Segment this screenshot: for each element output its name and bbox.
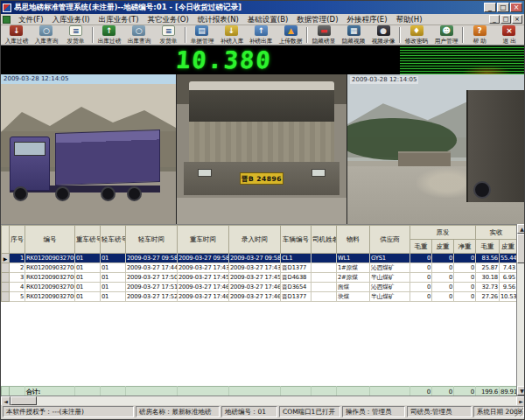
cell-light-time: 2009-03-27 09:58:00	[126, 254, 178, 263]
col-light-scale-no[interactable]: 轻车磅号	[101, 226, 126, 254]
dump-truck-side-view	[10, 121, 160, 201]
toolbar-button-label: 入库过磅	[5, 37, 29, 46]
headlight	[198, 169, 212, 177]
cell-heavy-time: 2009-03-27 17:46:00	[178, 292, 229, 302]
mdi-close-button[interactable]: ×	[512, 15, 522, 24]
record-icon: ●	[377, 25, 390, 36]
menu-item-5[interactable]: 基础设置(B)	[243, 14, 292, 24]
note-icon: ≡	[69, 25, 82, 36]
horizontal-scroll-thumb[interactable]	[10, 396, 37, 405]
toolbar-button-users[interactable]: ☻用户管理	[431, 25, 461, 45]
window-title: 易思地磅标准管理系统(未注册)--地磅编号:01 - [今日收货过磅记录]	[14, 3, 484, 13]
license-plate: 晋B 24896	[240, 172, 284, 185]
help-icon: ?	[473, 25, 486, 36]
toolbar-button-hide-display[interactable]: ▬隐藏磅显	[309, 25, 339, 45]
cell-driver	[312, 292, 337, 302]
col-vehicle-no[interactable]: 车辆编号	[281, 226, 312, 254]
grid-header: 序号 编号 重车磅号 轻车磅号 轻车时间 重车时间 录入时间 车辆编号 司机姓名…	[2, 226, 517, 254]
cell-heavy-scale-no: 01	[75, 263, 101, 273]
toolbar-separator	[92, 27, 94, 43]
table-row[interactable]: 5RK012009032700000501012009-03-27 17:52:…	[2, 292, 517, 302]
cell-vehicle-no: 晋D1377	[281, 292, 312, 302]
col-orig-net[interactable]: 净重	[454, 240, 476, 254]
cell-seq: 1	[10, 254, 25, 263]
status-panel-4: 操作员：管理员	[342, 406, 405, 417]
toolbar-button-truck-in[interactable]: ↓入库过磅	[2, 25, 32, 45]
cell-entry-time: 2009-03-27 17:46:00	[229, 292, 281, 302]
toolbar-separator	[399, 27, 401, 43]
cell-supplier: GYS1	[370, 254, 410, 263]
scroll-up-button[interactable]: ▲	[517, 224, 525, 234]
makeup-in-icon: ↓	[225, 25, 238, 36]
menu-item-2[interactable]: 出库业务(T)	[94, 14, 144, 24]
scroll-down-button[interactable]: ▼	[517, 386, 525, 396]
menu-item-0[interactable]: 文件(F)	[14, 14, 48, 24]
minimize-button[interactable]: _	[484, 3, 496, 12]
mdi-child-icon	[3, 16, 10, 24]
cell-orig-net: 0	[454, 273, 476, 283]
mdi-restore-button[interactable]: □	[500, 15, 511, 24]
maximize-button[interactable]: □	[497, 3, 509, 12]
col-record-id[interactable]: 编号	[25, 226, 75, 254]
toolbar-button-label: 发货单	[160, 37, 178, 46]
cell-heavy-scale-no: 01	[75, 292, 101, 302]
cell-record-id: RK0120090327000001	[25, 254, 75, 263]
toolbar-button-note[interactable]: ≡发货单	[154, 25, 184, 45]
toolbar-button-label: 上传数据	[279, 37, 303, 46]
mdi-minimize-button[interactable]: _	[489, 15, 500, 24]
cell-heavy-time: 2009-03-27 17:46:00	[178, 283, 229, 292]
cell-recv-tare: 7.43	[500, 263, 517, 273]
menu-item-3[interactable]: 其它业务(O)	[144, 14, 193, 24]
cell-orig-gross: 0	[410, 254, 432, 263]
cell-recv-gross: 32.73	[476, 283, 500, 292]
menu-item-8[interactable]: 帮助(H)	[392, 14, 427, 24]
col-orig-gross[interactable]: 毛重	[410, 240, 432, 254]
cell-material: 块煤	[337, 292, 370, 302]
col-driver[interactable]: 司机姓名	[312, 226, 337, 254]
menu-item-7[interactable]: 外接程序(E)	[342, 14, 391, 24]
toolbar-button-truck-out[interactable]: ↑出库过磅	[94, 25, 124, 45]
toolbar-button-upload[interactable]: ▲上传数据	[276, 25, 305, 45]
toolbar-button-exit[interactable]: ×退 出	[494, 25, 524, 45]
table-row[interactable]: 3RK012009032700000301012009-03-27 17:50:…	[2, 273, 517, 283]
toolbar-button-search-in[interactable]: ○入库查询	[32, 25, 61, 45]
toolbar-button-hide-video[interactable]: ▦隐藏视频	[339, 25, 368, 45]
col-orig-tare[interactable]: 皮重	[432, 240, 454, 254]
toolbar-button-makeup-out[interactable]: ↑补磅出库	[247, 25, 276, 45]
col-light-time[interactable]: 轻车时间	[126, 226, 178, 254]
col-material[interactable]: 物料	[337, 226, 370, 254]
headlight	[312, 169, 326, 177]
cell-material: 2#原煤	[337, 273, 370, 283]
col-entry-time[interactable]: 录入时间	[229, 226, 281, 254]
toolbar-button-help[interactable]: ?帮 助	[465, 25, 494, 45]
table-row[interactable]: 4RK012009032700000401012009-03-27 17:51:…	[2, 283, 517, 292]
toolbar-button-search-out[interactable]: ○出库查询	[124, 25, 154, 45]
toolbar-button-docs[interactable]: ▤单据管理	[187, 25, 217, 45]
cell-vehicle-no: 晋D4638	[281, 273, 312, 283]
table-row[interactable]: ▶1RK012009032700000101012009-03-27 09:58…	[2, 254, 517, 263]
menu-item-4[interactable]: 统计报表(N)	[193, 14, 243, 24]
toolbar-button-makeup-in[interactable]: ↓补磅入库	[217, 25, 247, 45]
vertical-scrollbar[interactable]: ▲ ▼	[516, 224, 525, 396]
camera-view-1: 2009-03-28 12:14:05	[1, 74, 176, 224]
cell-heavy-time: 2009-03-27 17:45:00	[178, 273, 229, 283]
cell-heavy-scale-no: 01	[75, 254, 101, 263]
toolbar-button-label: 补磅入库	[220, 37, 243, 46]
col-seq[interactable]: 序号	[10, 226, 25, 254]
horizontal-scrollbar[interactable]: ◄ ►	[1, 396, 525, 405]
col-recv-gross[interactable]: 毛重	[476, 240, 500, 254]
col-supplier[interactable]: 供应商	[370, 226, 410, 254]
hide-display-icon: ▬	[318, 25, 331, 36]
menu-item-1[interactable]: 入库业务(I)	[48, 14, 94, 24]
table-row[interactable]: 2RK012009032700000201012009-03-27 17:44:…	[2, 263, 517, 273]
close-button[interactable]: ×	[510, 3, 522, 12]
toolbar-button-note[interactable]: ≡发货单	[61, 25, 91, 45]
col-heavy-scale-no[interactable]: 重车磅号	[75, 226, 101, 254]
toolbar-button-password[interactable]: ♦修改密码	[402, 25, 431, 45]
col-recv-tare[interactable]: 皮重	[500, 240, 517, 254]
col-heavy-time[interactable]: 重车时间	[178, 226, 229, 254]
toolbar-button-record[interactable]: ●视频录像	[368, 25, 398, 45]
truck-rear-view	[466, 90, 525, 202]
menu-item-6[interactable]: 数据管理(D)	[292, 14, 342, 24]
vertical-scroll-thumb[interactable]	[517, 234, 525, 263]
